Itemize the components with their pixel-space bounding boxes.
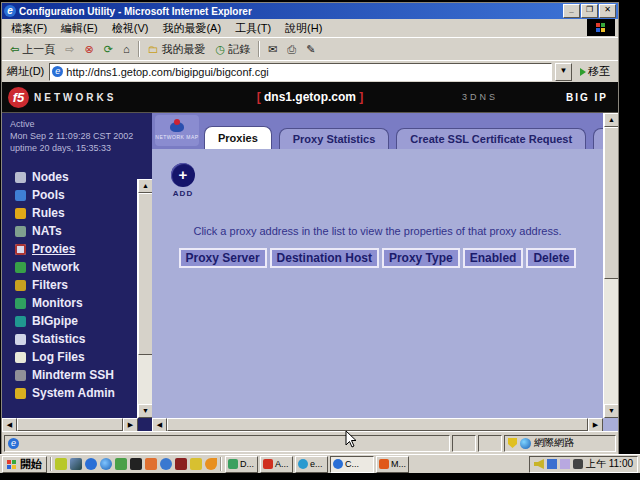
task-button-5[interactable]: M... — [376, 456, 409, 473]
ie-quicklaunch-icon[interactable] — [85, 458, 97, 470]
mail-button[interactable]: ✉ — [264, 43, 281, 56]
column-proxy-server[interactable]: Proxy Server — [179, 248, 267, 268]
nats-icon — [15, 226, 26, 237]
tab-proxy-statistics[interactable]: Proxy Statistics — [279, 128, 390, 149]
column-proxy-type[interactable]: Proxy Type — [382, 248, 460, 268]
sidebar-item-statistics[interactable]: Statistics — [2, 330, 152, 348]
sidebar-item-proxies[interactable]: Proxies — [2, 240, 152, 258]
stop-icon: ⊗ — [84, 44, 93, 55]
filters-icon — [15, 280, 26, 291]
main-scroll-thumb[interactable] — [604, 127, 618, 279]
sidebar-item-nodes[interactable]: Nodes — [2, 168, 152, 186]
network-map-button[interactable]: NETWORK MAP — [155, 115, 199, 146]
terminal-quicklaunch-icon[interactable] — [130, 458, 142, 470]
home-button[interactable]: ⌂ — [119, 43, 134, 56]
favorites-button[interactable]: 🗀 我的最愛 — [144, 41, 210, 58]
forward-button[interactable]: ⇨ — [61, 43, 78, 56]
taskbar: 開始 D... A... e... C... M... — [0, 454, 640, 473]
sidebar-nav: Nodes Pools Rules NATs Proxies Network F… — [2, 168, 152, 402]
sidebar-item-log-files[interactable]: Log Files — [2, 348, 152, 366]
scroll-right-icon[interactable]: ▶ — [588, 418, 603, 431]
history-button[interactable]: ◷ 記錄 — [212, 41, 255, 58]
sidebar-item-network[interactable]: Network — [2, 258, 152, 276]
quicklaunch-icon-5[interactable] — [115, 458, 127, 470]
pools-icon — [15, 190, 26, 201]
print-button[interactable]: ⎙ — [283, 43, 300, 56]
tab-create-ssl-certificate-request[interactable]: Create SSL Certificate Request — [396, 128, 586, 149]
volume-icon[interactable] — [534, 459, 544, 469]
menu-help[interactable]: 說明(H) — [278, 20, 329, 37]
add-button[interactable]: + — [171, 163, 195, 187]
menu-file[interactable]: 檔案(F) — [4, 20, 54, 37]
main-vertical-scrollbar[interactable]: ▲ ▼ — [603, 113, 618, 418]
close-button[interactable]: ✕ — [599, 4, 616, 18]
sidebar-item-pools[interactable]: Pools — [2, 186, 152, 204]
proxy-table-header-row: Proxy Server Destination Host Proxy Type… — [152, 248, 603, 268]
column-destination-host[interactable]: Destination Host — [270, 248, 379, 268]
sidebar-hscroll-thumb[interactable] — [17, 418, 123, 431]
scroll-left-icon[interactable]: ◀ — [2, 418, 17, 431]
task-button-3[interactable]: e... — [295, 456, 328, 473]
go-button[interactable]: 移至 — [575, 63, 615, 80]
address-input[interactable]: e http://dns1.getop.com/bigipgui/bigconf… — [49, 63, 552, 81]
taskbar-separator-2 — [220, 457, 222, 471]
favorites-folder-icon: 🗀 — [148, 44, 159, 55]
column-delete[interactable]: Delete — [526, 248, 576, 268]
sidebar-item-system-admin[interactable]: System Admin — [2, 384, 152, 402]
outlook-quicklaunch-icon[interactable] — [100, 458, 112, 470]
task-button-1[interactable]: D... — [225, 456, 258, 473]
ie-app-icon — [333, 459, 343, 469]
task-button-2[interactable]: A... — [260, 456, 293, 473]
restore-button[interactable]: ❐ — [581, 4, 598, 18]
quicklaunch-icon-1[interactable] — [55, 458, 67, 470]
menu-tools[interactable]: 工具(T) — [228, 20, 278, 37]
quicklaunch-icon-11[interactable] — [205, 458, 217, 470]
edit-button[interactable]: ✎ — [302, 43, 319, 56]
quicklaunch-icon-8[interactable] — [160, 458, 172, 470]
title-bar[interactable]: e Configuration Utility - Microsoft Inte… — [2, 3, 618, 19]
security-shield-icon — [508, 438, 517, 448]
quicklaunch-icon-9[interactable] — [175, 458, 187, 470]
unit-status: Active Mon Sep 2 11:09:28 CST 2002 uptim… — [2, 113, 152, 154]
scroll-up-icon[interactable]: ▲ — [604, 113, 618, 127]
product-bigip: BIG IP — [566, 92, 608, 103]
refresh-button[interactable]: ⟳ — [100, 43, 117, 56]
start-button[interactable]: 開始 — [2, 456, 47, 473]
show-desktop-icon[interactable] — [70, 458, 82, 470]
sidebar-item-bigpipe[interactable]: BIGpipe — [2, 312, 152, 330]
task-button-configuration-utility[interactable]: C... — [330, 456, 374, 473]
menu-edit[interactable]: 編輯(E) — [54, 20, 105, 37]
main-horizontal-scrollbar[interactable]: ◀ ▶ — [152, 418, 603, 431]
ie-throbber — [587, 19, 615, 36]
menu-view[interactable]: 檢視(V) — [105, 20, 156, 37]
scroll-right-icon[interactable]: ▶ — [123, 418, 138, 431]
back-button[interactable]: ⇦ 上一頁 — [6, 41, 59, 58]
stop-button[interactable]: ⊗ — [80, 43, 97, 56]
system-tray: 上午 11:00 — [529, 456, 638, 473]
sidebar-item-filters[interactable]: Filters — [2, 276, 152, 294]
address-dropdown-button[interactable]: ▼ — [555, 63, 572, 81]
sidebar-vertical-scrollbar[interactable]: ▲ ▼ — [137, 179, 152, 418]
tray-icon-4[interactable] — [573, 459, 583, 469]
sidebar-scroll-thumb[interactable] — [138, 193, 153, 355]
scroll-down-icon[interactable]: ▼ — [604, 404, 618, 418]
menu-favorites[interactable]: 我的最愛(A) — [155, 20, 228, 37]
f5-header: f5 NETWORKS [ dns1.getop.com ] 3DNS BIG … — [2, 82, 618, 112]
tray-icon-3[interactable] — [560, 459, 570, 469]
column-enabled[interactable]: Enabled — [463, 248, 524, 268]
scroll-up-icon[interactable]: ▲ — [138, 179, 153, 193]
sidebar-item-nats[interactable]: NATs — [2, 222, 152, 240]
sidebar-item-monitors[interactable]: Monitors — [2, 294, 152, 312]
tab-proxies[interactable]: Proxies — [204, 126, 272, 149]
sidebar-item-rules[interactable]: Rules — [2, 204, 152, 222]
sidebar-horizontal-scrollbar[interactable]: ◀ ▶ — [2, 418, 138, 431]
scroll-down-icon[interactable]: ▼ — [138, 404, 153, 418]
keys-quicklaunch-icon[interactable] — [190, 458, 202, 470]
scroll-left-icon[interactable]: ◀ — [152, 418, 167, 431]
quicklaunch-icon-7[interactable] — [145, 458, 157, 470]
main-hscroll-thumb[interactable] — [167, 418, 588, 431]
minimize-button[interactable]: _ — [563, 4, 580, 18]
sidebar-item-mindterm-ssh[interactable]: Mindterm SSH — [2, 366, 152, 384]
clock[interactable]: 上午 11:00 — [586, 457, 633, 471]
tray-icon-2[interactable] — [547, 459, 557, 469]
